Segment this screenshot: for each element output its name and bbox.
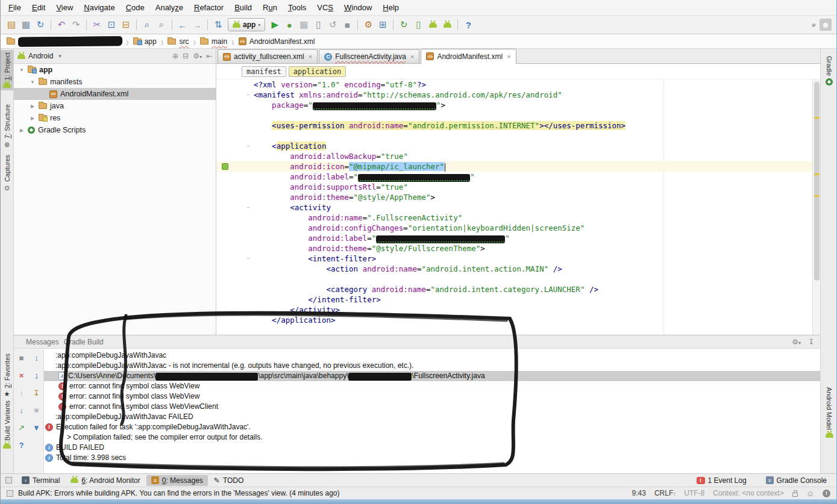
gear-icon[interactable]: ⚙▾: [792, 338, 801, 346]
context-selector[interactable]: Context: <no context>: [713, 489, 783, 497]
attach-debugger-icon[interactable]: ▯: [312, 18, 325, 31]
close-icon[interactable]: ×: [16, 370, 27, 381]
forward-icon[interactable]: →: [190, 18, 204, 31]
highlighting-level-icon[interactable]: !: [823, 490, 830, 497]
filter-icon[interactable]: ▼: [31, 422, 42, 433]
fold-marker-icon[interactable]: −: [246, 254, 250, 264]
breadcrumb-item[interactable]: [5, 37, 123, 46]
launcher-icon-preview[interactable]: [222, 163, 228, 170]
strip-button-build-variants[interactable]: Build Variants: [1, 398, 13, 451]
tab-close-icon[interactable]: ×: [507, 53, 510, 60]
gradle-sync-icon[interactable]: ↻: [397, 18, 410, 31]
menu-window[interactable]: Window: [339, 1, 377, 15]
strip-button-7-structure[interactable]: 7: Structure⊚: [1, 102, 13, 151]
caret-position[interactable]: 9:43: [632, 489, 646, 497]
search-icon[interactable]: ⌕: [812, 20, 816, 29]
breadcrumb-item[interactable]: <>AndroidManifest.xml: [237, 37, 316, 46]
menu-vcs[interactable]: VCS: [312, 1, 339, 15]
find-icon[interactable]: ⌕: [140, 18, 154, 31]
warning-stripe-mark[interactable]: [814, 195, 820, 197]
message-row[interactable]: :app:compileDebugJavaWithJavac: [44, 350, 820, 361]
run-icon[interactable]: ▶: [268, 18, 281, 31]
menu-edit[interactable]: Edit: [27, 1, 51, 15]
tab-activity-fullscreen-xml[interactable]: <>activity_fullscreen.xml×: [218, 49, 318, 63]
user-icon[interactable]: ☻: [820, 19, 832, 31]
profile-icon[interactable]: ↺: [326, 18, 339, 31]
code-editor[interactable]: <?xml version="1.0" encoding="utf-8"?>−<…: [216, 79, 820, 335]
status-square-icon[interactable]: [7, 490, 13, 497]
sdk-manager-icon[interactable]: [440, 18, 454, 31]
undo-icon[interactable]: ↶: [55, 18, 68, 31]
tree-item-gradle-scripts[interactable]: ▶Gradle Scripts: [14, 124, 216, 136]
strip-button-android-model[interactable]: Android Model: [821, 385, 837, 440]
chevron-right-icon[interactable]: ▶: [30, 104, 36, 109]
breadcrumb-chip-application[interactable]: application: [289, 66, 346, 77]
project-structure-icon[interactable]: ⊞: [376, 18, 389, 31]
strip-button-gradle[interactable]: Gradle: [821, 54, 837, 88]
strip-button-2-favorites[interactable]: 2: Favorites★: [1, 351, 13, 400]
menu-tools[interactable]: Tools: [283, 1, 312, 15]
status-message[interactable]: Build APK: Errors while building APK. Yo…: [18, 489, 340, 497]
message-row[interactable]: !error: cannot find symbol class WebView…: [44, 402, 820, 412]
message-row[interactable]: !Execution failed for task ':app:compile…: [44, 422, 820, 443]
message-row[interactable]: !error: cannot find symbol class WebView: [44, 391, 820, 402]
file-encoding[interactable]: UTF-8: [684, 489, 704, 497]
chevron-down-icon[interactable]: ▼: [57, 54, 62, 59]
menu-file[interactable]: File: [3, 1, 27, 15]
message-row[interactable]: iTotal time: 3.998 secs: [44, 453, 820, 463]
back-icon[interactable]: ←: [176, 18, 189, 31]
console-view-icon[interactable]: ≡: [31, 405, 42, 415]
chevron-down-icon[interactable]: ▼: [30, 79, 36, 85]
toolwindow-button-todo[interactable]: ✎TODO: [209, 475, 249, 486]
compare-icon[interactable]: ⇅: [212, 18, 225, 31]
help-icon[interactable]: ?: [16, 440, 27, 450]
editor-scrollbar[interactable]: [812, 79, 820, 335]
rerun-icon[interactable]: ■: [16, 352, 27, 363]
help-icon[interactable]: ?: [462, 18, 475, 31]
tree-item-androidmanifest-xml[interactable]: <>AndroidManifest.xml: [14, 88, 216, 100]
replace-icon[interactable]: ⌕: [155, 18, 168, 31]
gear-icon[interactable]: ⚙▾: [193, 52, 202, 60]
menu-analyze[interactable]: Analyze: [150, 1, 189, 15]
sdk-download-icon[interactable]: [426, 18, 439, 31]
fold-marker-icon[interactable]: −: [246, 90, 250, 100]
tree-item-java[interactable]: ▶java: [14, 100, 216, 112]
open-in-editor-icon[interactable]: ↗: [16, 422, 27, 433]
warning-stripe-mark[interactable]: [814, 173, 820, 175]
expand-all-icon[interactable]: ↕: [31, 352, 42, 363]
tree-item-res[interactable]: ▶res: [14, 112, 216, 124]
menu-refactor[interactable]: Refactor: [189, 1, 229, 15]
locate-icon[interactable]: ⊕: [172, 52, 178, 60]
toolwindow-button-6-android-monitor[interactable]: 6: Android Monitor: [66, 475, 145, 486]
scrollbar-thumb[interactable]: [814, 82, 820, 281]
fold-marker-icon[interactable]: −: [246, 141, 250, 151]
breadcrumb-item[interactable]: app: [132, 37, 158, 46]
save-icon[interactable]: ▦: [19, 18, 33, 31]
messages-tab-title[interactable]: Gradle Build: [64, 338, 104, 346]
message-row[interactable]: !error: cannot find symbol class WebView: [44, 381, 820, 391]
tool-window-switcher-icon[interactable]: [5, 477, 12, 484]
strip-button-1-project[interactable]: 1: Project: [1, 50, 13, 90]
menu-help[interactable]: Help: [377, 1, 404, 15]
menu-navigate[interactable]: Navigate: [78, 1, 120, 15]
prev-message-icon[interactable]: ↑: [16, 387, 27, 398]
strip-button-captures[interactable]: Captures⊙: [1, 152, 13, 194]
breadcrumb-chip-manifest[interactable]: manifest: [242, 66, 286, 77]
breadcrumb-item[interactable]: main: [199, 37, 228, 46]
breadcrumb-item[interactable]: src: [166, 37, 190, 46]
warning-stripe-mark[interactable]: [814, 117, 820, 119]
collapse-all-icon[interactable]: ⊟: [183, 52, 189, 60]
coverage-icon[interactable]: ▦: [297, 18, 310, 31]
next-message-icon[interactable]: ↓: [16, 405, 27, 415]
lock-icon[interactable]: [792, 493, 798, 497]
tree-item-manifests[interactable]: ▼manifests: [14, 76, 216, 88]
tree-item-app[interactable]: ▼app: [14, 64, 216, 76]
debug-icon[interactable]: ●: [283, 18, 296, 31]
device-monitor-icon[interactable]: ▯: [412, 18, 425, 31]
hide-panel-icon[interactable]: ⇤: [206, 52, 212, 60]
menu-view[interactable]: View: [51, 1, 78, 15]
redo-icon[interactable]: ↷: [69, 18, 83, 31]
cut-icon[interactable]: ✂: [90, 18, 104, 31]
chevron-right-icon[interactable]: ▶: [30, 116, 36, 121]
tab-fullscreenactivity-java[interactable]: CFullscreenActivity.java×: [319, 49, 419, 63]
